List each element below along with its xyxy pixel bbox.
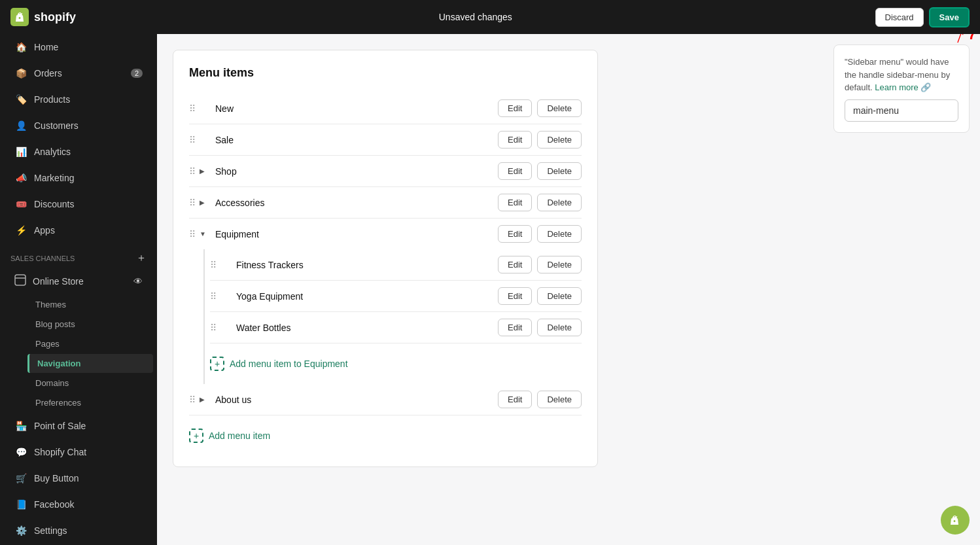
sidebar-item-pos[interactable]: 🏪 Point of Sale [4,413,153,438]
sidebar-item-apps[interactable]: ⚡ Apps [4,218,153,243]
edit-accessories-button[interactable]: Edit [498,194,532,211]
topbar-actions: Discard Save [875,7,970,27]
edit-about-button[interactable]: Edit [498,391,532,408]
unsaved-changes-label: Unsaved changes [439,12,512,22]
delete-new-button[interactable]: Delete [537,99,582,117]
handle-input[interactable] [845,99,958,122]
add-item-button[interactable]: + Add menu item [189,421,270,451]
sidebar-item-customers[interactable]: 👤 Customers [4,113,153,138]
sidebar-item-navigation[interactable]: Navigation [27,354,153,373]
sidebar-label-home: Home [34,42,58,52]
drag-handle-equipment[interactable]: ⠿ [189,229,194,239]
add-item-icon: + [189,429,203,443]
sidebar: 🏠 Home 📦 Orders 2 🏷️ Products 👤 Customer… [0,34,157,545]
sidebar-item-facebook[interactable]: 📘 Facebook [4,492,153,517]
sidebar-item-shopify-chat[interactable]: 💬 Shopify Chat [4,440,153,465]
add-sub-item-button[interactable]: + Add menu item to Equipment [210,349,348,379]
delete-accessories-button[interactable]: Delete [537,194,582,211]
chat-icon: 💬 [14,446,27,459]
facebook-label: Facebook [34,499,74,510]
shopify-bottom-badge[interactable] [941,506,970,535]
online-store-subnav: Themes Blog posts Pages Navigation Domai… [0,294,157,413]
learn-more-link[interactable]: Learn more [875,82,918,92]
delete-about-button[interactable]: Delete [537,391,582,408]
drag-handle-sale[interactable]: ⠿ [189,135,194,145]
delete-shop-button[interactable]: Delete [537,162,582,180]
item-label-yoga: Yoga Equipment [236,291,493,302]
edit-water-button[interactable]: Edit [498,319,532,336]
drag-handle-fitness[interactable]: ⠿ [210,260,215,270]
step-7-label: 7 [968,34,976,43]
discounts-icon: 🎟️ [14,198,27,211]
buy-button-label: Buy Button [34,473,79,483]
sidebar-item-buy-button[interactable]: 🛒 Buy Button [4,466,153,491]
sidebar-item-themes[interactable]: Themes [27,295,153,314]
buy-button-icon: 🛒 [14,472,27,485]
drag-handle-accessories[interactable]: ⠿ [189,198,194,208]
sidebar-item-domains[interactable]: Domains [27,374,153,393]
delete-fitness-button[interactable]: Delete [537,256,582,273]
main-content: Menu items ⠿ New Edit Delete ⠿ Sale Edit… [157,34,823,545]
delete-equipment-button[interactable]: Delete [537,225,582,243]
save-button[interactable]: Save [929,7,970,27]
drag-handle-water[interactable]: ⠿ [210,323,215,333]
edit-shop-button[interactable]: Edit [498,162,532,180]
drag-handle-new[interactable]: ⠿ [189,103,194,114]
sidebar-item-blog-posts[interactable]: Blog posts [27,315,153,334]
sidebar-item-marketing[interactable]: 📣 Marketing [4,166,153,190]
add-sub-item-row: + Add menu item to Equipment [210,343,582,384]
pos-label: Point of Sale [34,421,86,431]
orders-badge: 2 [131,69,143,78]
sidebar-item-products[interactable]: 🏷️ Products [4,87,153,112]
drag-handle-about[interactable]: ⠿ [189,395,194,405]
eye-icon[interactable]: 👁 [133,276,143,287]
sidebar-item-pages[interactable]: Pages [27,334,153,353]
sidebar-item-settings[interactable]: ⚙️ Settings [4,518,153,543]
item-label-water: Water Bottles [236,323,493,333]
edit-fitness-button[interactable]: Edit [498,256,532,273]
products-icon: 🏷️ [14,93,27,106]
sidebar-item-home[interactable]: 🏠 Home [4,35,153,60]
svg-rect-1 [15,275,26,285]
right-panel: ↑ 7 "Sidebar menu" would have the handle… [823,34,980,545]
sidebar-item-online-store[interactable]: Online Store 👁 [4,268,153,294]
info-box: "Sidebar menu" would have the handle sid… [833,44,970,133]
sidebar-item-analytics[interactable]: 📊 Analytics [4,139,153,164]
shopify-text: shopify [34,10,76,24]
equipment-subitems: ⠿ Fitness Trackers Edit Delete ⠿ Yoga Eq… [203,249,582,384]
blog-posts-label: Blog posts [35,319,75,329]
edit-equipment-button[interactable]: Edit [498,225,532,243]
sidebar-item-orders[interactable]: 📦 Orders 2 [4,61,153,86]
shopify-bag-icon [10,8,29,26]
online-store-label: Online Store [33,276,84,287]
add-channel-icon[interactable]: ＋ [136,251,147,265]
edit-yoga-button[interactable]: Edit [498,287,532,305]
expand-icon-accessories[interactable]: ▶ [200,199,210,206]
discard-button[interactable]: Discard [875,8,924,27]
facebook-icon: 📘 [14,498,27,511]
delete-sale-button[interactable]: Delete [537,131,582,149]
sidebar-item-discounts[interactable]: 🎟️ Discounts [4,192,153,217]
preferences-label: Preferences [35,398,81,408]
sidebar-label-customers: Customers [34,120,79,131]
expand-icon-shop[interactable]: ▶ [200,167,210,175]
drag-handle-shop[interactable]: ⠿ [189,166,194,177]
menu-item-new: ⠿ New Edit Delete [189,93,582,124]
edit-new-button[interactable]: Edit [498,99,532,117]
item-label-equipment: Equipment [215,229,493,239]
drag-handle-yoga[interactable]: ⠿ [210,291,215,302]
sidebar-label-marketing: Marketing [34,173,74,183]
home-icon: 🏠 [14,41,27,54]
sidebar-item-preferences[interactable]: Preferences [27,393,153,412]
pages-label: Pages [35,339,60,349]
edit-sale-button[interactable]: Edit [498,131,532,149]
shopify-logo: shopify [10,8,76,26]
delete-water-button[interactable]: Delete [537,319,582,336]
delete-yoga-button[interactable]: Delete [537,287,582,305]
orders-icon: 📦 [14,67,27,80]
expand-icon-about[interactable]: ▶ [200,396,210,403]
expand-icon-equipment[interactable]: ▼ [200,230,210,237]
menu-item-water-bottles: ⠿ Water Bottles Edit Delete [210,312,582,343]
item-label-shop: Shop [215,166,493,177]
sales-channels-section: SALES CHANNELS ＋ [0,243,157,268]
